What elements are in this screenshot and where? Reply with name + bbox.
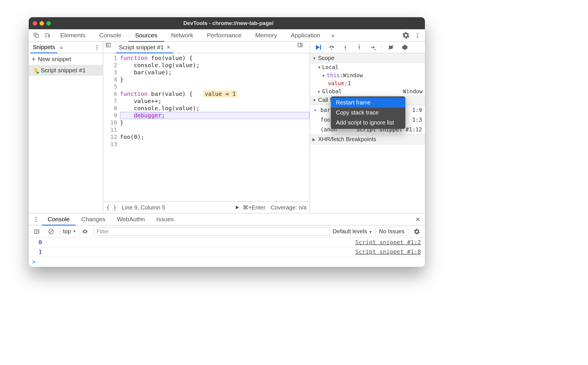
svg-point-12 (35, 219, 36, 220)
scope-var-value: 1 (348, 80, 351, 86)
svg-point-5 (96, 49, 98, 50)
tab-console[interactable]: Console (92, 29, 128, 41)
window-titlebar: DevTools - chrome://new-tab-page/ (29, 17, 425, 29)
chevron-down-icon: ▼ (312, 56, 316, 61)
code-editor[interactable]: 12345678910111213 function foo(value) { … (103, 53, 310, 201)
kebab-menu-icon[interactable] (412, 29, 423, 41)
scope-header-label: Scope (318, 55, 334, 61)
drawer-kebab-icon[interactable] (30, 213, 42, 225)
chevron-right-icon: ▶ (318, 89, 320, 94)
svg-point-2 (417, 37, 418, 38)
chevron-right-icon: ▶ (323, 73, 325, 77)
tab-network[interactable]: Network (164, 29, 200, 41)
menu-item-add-to-ignore-list[interactable]: Add script to ignore list (331, 118, 405, 128)
no-issues-button[interactable]: No Issues (375, 227, 408, 236)
scope-var-key: this (327, 72, 340, 78)
code-lines[interactable]: function foo(value) { console.log(value)… (120, 55, 310, 201)
step-out-button[interactable] (353, 44, 365, 51)
drawer-tab-console[interactable]: Console (42, 213, 76, 226)
drawer-tab-changes[interactable]: Changes (76, 213, 111, 225)
drawer-close-icon[interactable]: × (412, 213, 424, 225)
svg-line-15 (50, 230, 53, 233)
console-message[interactable]: 0 Script snippet #1:2 (29, 238, 425, 247)
svg-point-10 (375, 49, 376, 50)
live-expression-icon[interactable] (79, 228, 91, 235)
close-tab-icon[interactable]: × (167, 44, 170, 51)
new-snippet-label: New snippet (38, 56, 71, 63)
toggle-navigator-icon[interactable] (105, 42, 116, 53)
console-message[interactable]: 1 Script snippet #1:8 (29, 247, 425, 257)
console-toolbar: top ▼ Filter Default levels ▼ No Issues (29, 226, 425, 238)
scope-global-label: Global (322, 88, 342, 94)
frame-name: foo (320, 117, 330, 123)
scope-local-label: Local (322, 64, 339, 70)
console-levels-selector[interactable]: Default levels ▼ (333, 228, 373, 235)
callstack-context-menu: Restart frame Copy stack trace Add scrip… (331, 96, 405, 129)
svg-rect-6 (320, 45, 321, 50)
device-toolbar-icon[interactable] (42, 29, 53, 41)
menu-item-restart-frame[interactable]: Restart frame (331, 98, 405, 108)
tab-elements[interactable]: Elements (53, 29, 92, 41)
inspect-element-icon[interactable] (30, 29, 42, 41)
scope-section-header[interactable]: ▼ Scope (310, 53, 425, 63)
navigator-tab-snippets[interactable]: Snippets (30, 42, 57, 53)
tab-performance[interactable]: Performance (200, 29, 248, 41)
settings-icon[interactable] (400, 29, 412, 41)
menu-item-copy-stack-trace[interactable]: Copy stack trace (331, 108, 405, 118)
chevron-down-icon: ▼ (369, 230, 372, 234)
tab-memory[interactable]: Memory (248, 29, 284, 41)
svg-point-9 (359, 44, 360, 46)
svg-point-13 (35, 221, 36, 222)
file-tab[interactable]: Script snippet #1 × (116, 42, 173, 53)
console-source-link[interactable]: Script snippet #1:2 (355, 239, 421, 246)
debugger-panel: ▼ Scope ▼ Local ▶ this: Window (310, 42, 425, 213)
step-into-button[interactable] (339, 44, 351, 51)
step-button[interactable] (367, 44, 379, 51)
cursor-position: Line 9, Column 5 (122, 204, 165, 211)
minimize-window-button[interactable] (40, 21, 44, 26)
scope-local[interactable]: ▼ Local (310, 63, 425, 71)
file-tab-label: Script snippet #1 (119, 44, 164, 51)
step-over-button[interactable] (326, 44, 338, 51)
coverage-label: Coverage: n/a (270, 204, 307, 211)
tab-sources[interactable]: Sources (128, 29, 164, 42)
tabs-overflow[interactable]: » (327, 29, 339, 41)
scope-var-this[interactable]: ▶ this: Window (310, 71, 425, 79)
pretty-print-icon[interactable]: { } (106, 204, 117, 211)
console-prompt[interactable]: > (29, 257, 425, 267)
console-context-selector[interactable]: top ▼ (63, 228, 76, 235)
console-sidebar-toggle-icon[interactable] (31, 228, 42, 235)
toggle-debugger-icon[interactable] (297, 42, 308, 53)
navigator-kebab-icon[interactable] (91, 42, 103, 53)
snippet-item-label: Script snippet #1 (41, 67, 86, 74)
close-window-button[interactable] (33, 21, 37, 26)
line-gutter: 12345678910111213 (103, 55, 120, 201)
deactivate-breakpoints-button[interactable] (385, 44, 397, 51)
drawer-tab-issues[interactable]: Issues (151, 213, 180, 225)
frame-name: bar (320, 107, 330, 113)
current-frame-icon: ➔ (314, 107, 318, 113)
navigator-tabs-overflow[interactable]: » (60, 42, 63, 53)
xhr-section-header[interactable]: ▶ XHR/fetch Breakpoints (310, 134, 425, 144)
scope-var-key: value (328, 80, 344, 86)
console-source-link[interactable]: Script snippet #1:8 (355, 248, 421, 255)
new-snippet-button[interactable]: + New snippet (29, 53, 103, 65)
scope-var-value-row[interactable]: value: 1 (310, 79, 425, 87)
drawer: Console Changes WebAuthn Issues × top ▼ (29, 213, 425, 267)
run-snippet-button[interactable]: ⌘+Enter (234, 204, 265, 211)
tab-application[interactable]: Application (284, 29, 327, 41)
plus-icon: + (32, 56, 36, 63)
snippet-item[interactable]: Script snippet #1 (29, 65, 103, 76)
clear-console-icon[interactable] (45, 228, 57, 235)
svg-point-7 (331, 49, 332, 50)
pause-on-exceptions-button[interactable] (399, 44, 411, 51)
resume-button[interactable] (312, 44, 324, 51)
scope-global[interactable]: ▶ Global Window (310, 87, 425, 95)
svg-point-0 (417, 33, 418, 34)
scope-global-value: Window (403, 88, 423, 94)
console-value: 0 (38, 239, 42, 246)
console-settings-icon[interactable] (411, 228, 423, 235)
console-filter-input[interactable]: Filter (94, 227, 330, 236)
maximize-window-button[interactable] (47, 21, 51, 26)
drawer-tab-webauthn[interactable]: WebAuthn (111, 213, 151, 225)
